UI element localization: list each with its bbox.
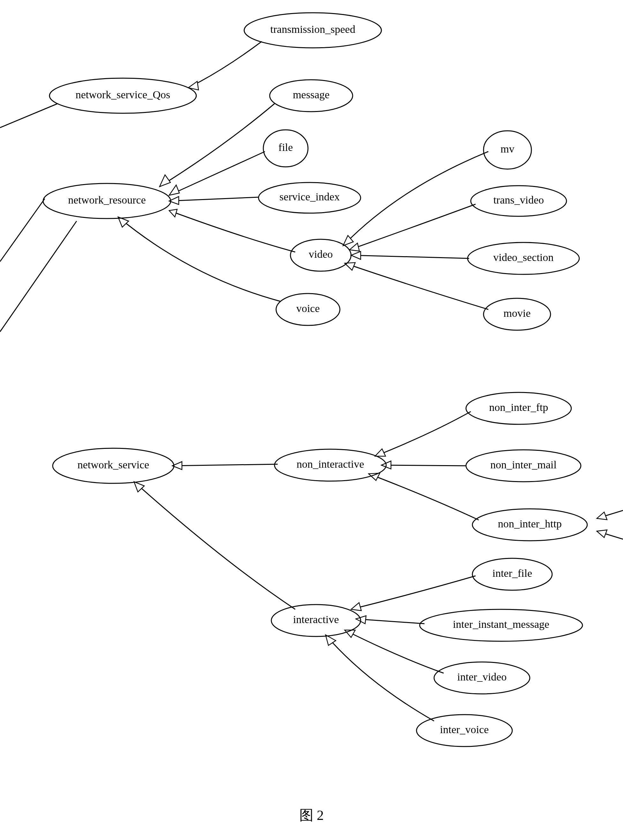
edge-intervideo-to-interactive (345, 630, 443, 673)
edge-interinstant-to-interactive (356, 616, 425, 624)
svg-text:service_index: service_index (279, 191, 340, 203)
svg-text:interactive: interactive (293, 614, 339, 625)
node-inter-voice: inter_voice (416, 715, 512, 747)
edge-noninterftp-to-noninteractive (375, 412, 471, 456)
edge-transmission-speed-to-qos (188, 41, 262, 90)
svg-text:transmission_speed: transmission_speed (270, 23, 355, 35)
svg-marker-14 (368, 473, 380, 480)
edge-nonintermail-to-noninteractive (381, 461, 466, 469)
edge-trans-video-to-video (350, 204, 476, 251)
node-trans-video: trans_video (471, 186, 566, 216)
edge-video-section-to-video (351, 251, 469, 259)
svg-text:non_inter_ftp: non_inter_ftp (489, 401, 548, 413)
node-service-index: service_index (259, 182, 361, 213)
svg-text:inter_video: inter_video (457, 671, 507, 683)
node-inter-file: inter_file (473, 558, 552, 590)
svg-text:inter_instant_message: inter_instant_message (453, 618, 549, 630)
node-network-service-qos: network_service_Qos (49, 78, 196, 113)
node-interactive: interactive (271, 604, 361, 637)
svg-text:inter_file: inter_file (493, 567, 532, 579)
svg-text:file: file (278, 141, 293, 153)
svg-marker-16 (597, 512, 607, 520)
edge-root-resource2 (0, 221, 77, 332)
node-video: video (290, 239, 351, 271)
svg-marker-2 (169, 185, 180, 195)
svg-marker-7 (350, 243, 359, 251)
svg-text:movie: movie (503, 307, 531, 319)
node-non-inter-mail: non_inter_mail (466, 450, 581, 482)
edge-movie-to-video (345, 263, 488, 309)
node-network-resource: network_resource (43, 184, 171, 219)
node-mv: mv (483, 131, 531, 169)
svg-text:trans_video: trans_video (493, 194, 544, 206)
svg-text:network_service: network_service (78, 459, 149, 471)
svg-text:message: message (293, 89, 329, 101)
edge-stub-http-2 (597, 530, 623, 539)
edge-root-resource (0, 199, 44, 262)
figure-caption: 图 2 (299, 808, 324, 823)
node-video-section: video_section (468, 242, 579, 274)
node-message: message (270, 80, 353, 112)
edge-file-to-resource (169, 151, 265, 195)
svg-text:voice: voice (296, 303, 320, 314)
svg-marker-18 (597, 530, 607, 537)
edge-voice-to-resource (118, 217, 281, 301)
edge-interfile-to-interactive (351, 576, 476, 610)
edge-message-to-resource (160, 104, 275, 187)
node-movie: movie (483, 298, 551, 330)
edge-mv-to-video (343, 151, 488, 246)
node-voice: voice (276, 294, 340, 325)
svg-text:inter_voice: inter_voice (440, 724, 489, 735)
svg-marker-8 (351, 251, 361, 259)
node-file: file (263, 130, 308, 167)
edge-noninteractive-to-service (172, 462, 278, 470)
node-non-interactive: non_interactive (275, 449, 386, 481)
edge-root-qos (0, 104, 57, 128)
node-inter-instant-message: inter_instant_message (420, 609, 583, 641)
svg-marker-11 (134, 482, 144, 492)
svg-text:non_inter_mail: non_inter_mail (490, 459, 557, 471)
node-non-inter-ftp: non_inter_ftp (466, 392, 571, 424)
edge-service-index-to-resource (169, 196, 259, 205)
svg-text:non_inter_http: non_inter_http (498, 518, 562, 529)
edge-stub-http-1 (597, 511, 623, 520)
edge-interactive-to-service (134, 482, 295, 609)
diagram-canvas: transmission_speed network_service_Qos m… (0, 0, 623, 840)
svg-marker-1 (160, 175, 170, 187)
node-network-service: network_service (53, 448, 174, 483)
svg-text:video: video (308, 248, 333, 260)
svg-text:mv: mv (500, 143, 514, 155)
svg-text:non_interactive: non_interactive (296, 458, 364, 470)
edge-intervoice-to-interactive (325, 635, 434, 721)
node-non-inter-http: non_inter_http (473, 509, 587, 541)
svg-text:network_resource: network_resource (68, 194, 146, 206)
node-transmission-speed: transmission_speed (244, 13, 381, 48)
svg-text:network_service_Qos: network_service_Qos (76, 89, 170, 101)
svg-marker-12 (375, 449, 385, 456)
svg-marker-4 (169, 209, 177, 217)
edge-video-to-resource (169, 209, 295, 252)
edge-noninterhttp-to-noninteractive (368, 473, 479, 520)
svg-text:video_section: video_section (493, 251, 554, 263)
svg-marker-19 (351, 603, 361, 610)
node-inter-video: inter_video (434, 662, 530, 694)
